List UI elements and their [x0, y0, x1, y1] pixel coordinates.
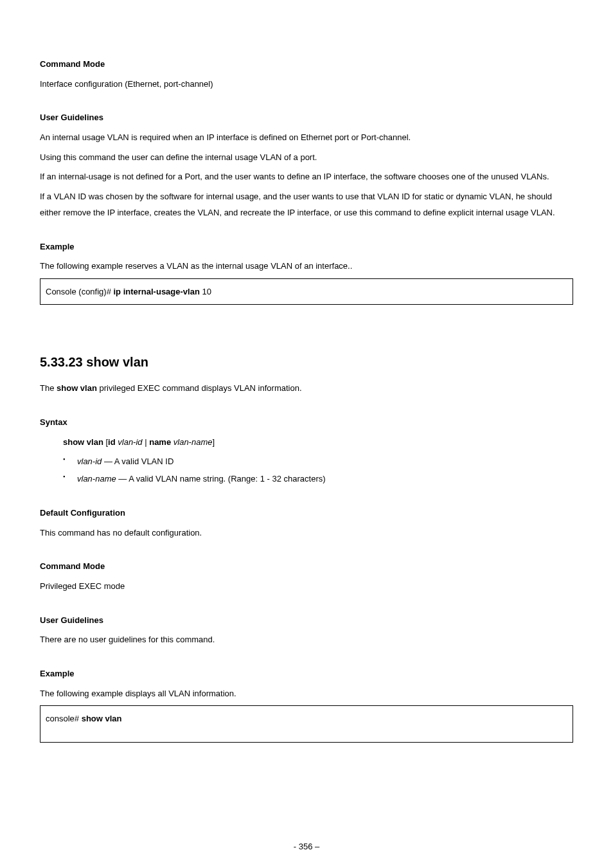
heading-user-guidelines: User Guidelines — [40, 110, 573, 126]
user-guidelines-text-2: There are no user guidelines for this co… — [40, 632, 573, 648]
syntax-t3: ] — [212, 437, 215, 447]
section-title-show-vlan: 5.33.23 show vlan — [40, 350, 573, 374]
heading-command-mode-2: Command Mode — [40, 559, 573, 575]
code-prefix-2: console# — [46, 714, 82, 723]
default-config-text: This command has no default configuratio… — [40, 525, 573, 541]
syntax-bullet-vlan-id: vlan-id — A valid VLAN ID — [63, 454, 573, 470]
command-mode-text-2: Privileged EXEC mode — [40, 579, 573, 595]
command-mode-text: Interface configuration (Ethernet, port-… — [40, 77, 573, 93]
heading-syntax: Syntax — [40, 415, 573, 431]
code-line-2: console# show vlan — [46, 714, 122, 723]
syntax-bullet-vlan-name: vlan-name — A valid VLAN name string. (R… — [63, 471, 573, 487]
syntax-b3: name — [149, 437, 171, 447]
user-guidelines-p1: An internal usage VLAN is required when … — [40, 130, 573, 146]
page: Command Mode Interface configuration (Et… — [0, 0, 613, 868]
heading-example: Example — [40, 239, 573, 255]
page-number: - 356 – — [0, 839, 613, 855]
syntax-line: show vlan [id vlan-id | name vlan-name] — [63, 435, 573, 451]
syntax-i1: vlan-id — [116, 437, 145, 447]
code-box: Console (config)# ip internal-usage-vlan… — [40, 278, 573, 305]
bullet1-text: — A valid VLAN ID — [102, 457, 173, 466]
bullet2-i: vlan-name — [77, 474, 116, 484]
heading-example-2: Example — [40, 666, 573, 682]
heading-user-guidelines-2: User Guidelines — [40, 613, 573, 629]
syntax-b2: id — [108, 437, 116, 447]
heading-command-mode: Command Mode — [40, 57, 573, 73]
syntax-i2: vlan-name — [171, 437, 212, 447]
code-box-2: console# show vlan — [40, 705, 573, 743]
code-cmd-2: show vlan — [82, 714, 122, 723]
user-guidelines-p3: If an internal-usage is not defined for … — [40, 169, 573, 185]
heading-default-config: Default Configuration — [40, 505, 573, 521]
example-intro: The following example reserves a VLAN as… — [40, 258, 573, 275]
code-arg: 10 — [200, 287, 211, 296]
code-cmd: ip internal-usage-vlan — [114, 287, 200, 296]
syntax-b1: show vlan — [63, 437, 105, 447]
user-guidelines-p4: If a VLAN ID was chosen by the software … — [40, 189, 573, 221]
syntax-list: vlan-id — A valid VLAN ID vlan-name — A … — [63, 454, 573, 487]
desc-bold: show vlan — [57, 383, 97, 393]
code-prefix: Console (config)# — [46, 287, 114, 296]
desc-post: privileged EXEC command displays VLAN in… — [97, 383, 302, 393]
bullet1-i: vlan-id — [77, 457, 102, 466]
code-line: Console (config)# ip internal-usage-vlan… — [46, 287, 211, 296]
example-intro-2: The following example displays all VLAN … — [40, 686, 573, 702]
user-guidelines-p2: Using this command the user can define t… — [40, 150, 573, 166]
show-vlan-desc: The show vlan privileged EXEC command di… — [40, 381, 573, 397]
desc-pre: The — [40, 383, 57, 393]
bullet2-text: — A valid VLAN name string. (Range: 1 - … — [116, 474, 326, 484]
